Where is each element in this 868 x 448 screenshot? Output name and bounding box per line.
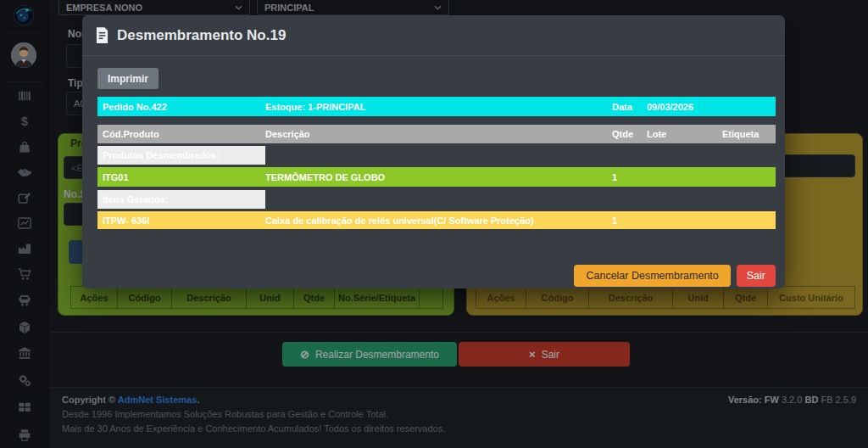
section-label: Itens Gerados: — [97, 190, 265, 209]
document-icon — [96, 27, 108, 43]
modal-footer: Cancelar Desmembramento Sair — [97, 265, 776, 287]
estoque-info: Estoque: 1-PRINCIPAL — [265, 102, 612, 112]
pedido-number: Pedido No.422 — [97, 97, 265, 116]
cell-descricao: Caixa de calibração de relés universal(C… — [265, 216, 612, 226]
data-value: 09/03/2026 — [647, 102, 776, 112]
table-row-gerado: ITPW- 636I Caixa de calibração de relés … — [97, 211, 776, 229]
cell-codigo: ITPW- 636I — [97, 211, 265, 229]
section-label: Produtos Desmembrados: — [97, 146, 265, 165]
header-qtde: Qtde — [612, 129, 647, 139]
cell-descricao: TERMÔMETRO DE GLOBO — [265, 172, 612, 182]
header-lote: Lote — [647, 129, 722, 139]
cancelar-desmembramento-button[interactable]: Cancelar Desmembramento — [574, 265, 730, 287]
cell-qtde: 1 — [612, 216, 647, 226]
modal-body: Imprimir Pedido No.422 Estoque: 1-PRINCI… — [82, 56, 785, 287]
cell-qtde: 1 — [612, 172, 647, 182]
section-itens-gerados: Itens Gerados: — [97, 190, 776, 209]
table-row-desmembrado: ITG01 TERMÔMETRO DE GLOBO 1 — [97, 167, 776, 187]
header-descricao: Descrição — [265, 129, 612, 139]
pedido-info-bar: Pedido No.422 Estoque: 1-PRINCIPAL Data … — [97, 97, 776, 116]
data-label: Data — [612, 102, 647, 112]
section-produtos-desmembrados: Produtos Desmembrados: — [97, 146, 776, 165]
header-etiqueta: Etiqueta — [722, 129, 776, 139]
imprimir-button[interactable]: Imprimir — [97, 68, 159, 89]
modal-header: Desmembramento No.19 — [82, 15, 785, 56]
modal-title: Desmembramento No.19 — [117, 27, 286, 44]
cell-codigo: ITG01 — [97, 167, 265, 187]
header-cod-produto: Cód.Produto — [97, 125, 265, 143]
app-window: EMPRESA NONO PRINCIPAL Nome Tipo C Produ… — [0, 0, 868, 448]
table-header-row: Cód.Produto Descrição Qtde Lote Etiqueta — [97, 125, 776, 143]
desmembramento-modal: Desmembramento No.19 Imprimir Pedido No.… — [82, 15, 785, 288]
sair-modal-button[interactable]: Sair — [737, 265, 776, 287]
